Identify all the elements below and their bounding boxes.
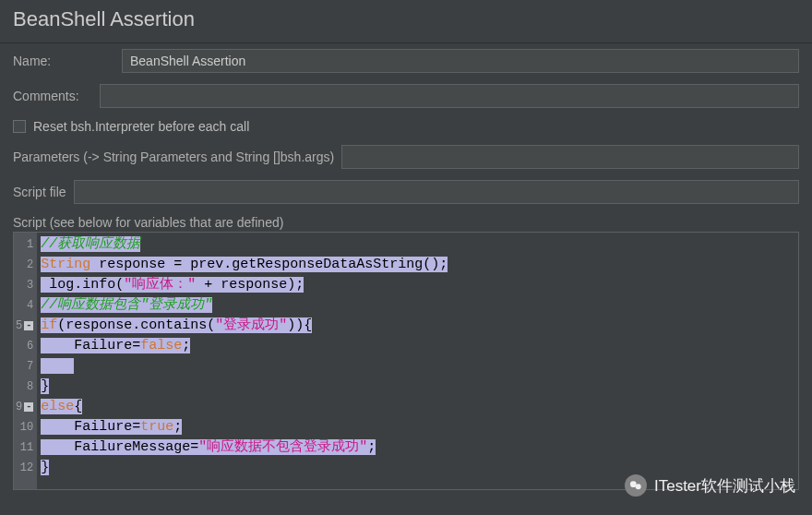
code-line[interactable]: }	[41, 377, 798, 397]
code-area[interactable]: //获取响应数据String response = prev.getRespon…	[37, 233, 798, 489]
comments-input[interactable]	[100, 84, 799, 108]
code-line[interactable]: String response = prev.getResponseDataAs…	[41, 255, 798, 275]
code-line[interactable]: FailureMessage="响应数据不包含登录成功";	[41, 437, 798, 458]
script-label: Script (see below for variables that are…	[0, 210, 812, 232]
fold-marker-icon[interactable]: -	[24, 321, 33, 330]
svg-point-1	[636, 484, 641, 489]
parameters-row: Parameters (-> String Parameters and Str…	[0, 139, 812, 174]
reset-checkbox[interactable]	[13, 120, 26, 133]
comments-row: Comments:	[0, 78, 812, 114]
gutter-line: 3	[16, 275, 33, 295]
parameters-input[interactable]	[341, 145, 799, 169]
code-line[interactable]: Failure=true;	[41, 417, 798, 437]
code-editor[interactable]: 12345-6789-101112 //获取响应数据String respons…	[13, 232, 799, 490]
code-line[interactable]	[41, 356, 798, 377]
panel-title: BeanShell Assertion	[0, 0, 812, 43]
scriptfile-label: Script file	[13, 185, 66, 199]
gutter-line: 12	[16, 458, 33, 478]
name-input[interactable]	[122, 49, 799, 73]
code-line[interactable]: else{	[41, 397, 798, 417]
watermark-text: ITester软件测试小栈	[654, 475, 795, 497]
gutter-line: 11	[16, 437, 33, 458]
gutter-line: 9-	[16, 397, 33, 417]
code-line[interactable]: //获取响应数据	[41, 234, 798, 255]
wechat-icon	[625, 474, 647, 497]
scriptfile-input[interactable]	[74, 180, 799, 204]
gutter-line: 10	[16, 417, 33, 437]
scriptfile-row: Script file	[0, 174, 812, 210]
code-line[interactable]: //响应数据包含"登录成功"	[41, 295, 798, 316]
gutter-line: 5-	[16, 316, 33, 336]
reset-label: Reset bsh.Interpreter before each call	[33, 119, 249, 134]
code-line[interactable]: Failure=false;	[41, 336, 798, 356]
gutter-line: 8	[16, 377, 33, 397]
gutter-line: 2	[16, 255, 33, 275]
name-row: Name:	[0, 43, 812, 78]
name-label: Name:	[13, 54, 114, 68]
code-gutter: 12345-6789-101112	[14, 233, 37, 489]
svg-point-0	[630, 481, 637, 487]
parameters-label: Parameters (-> String Parameters and Str…	[13, 150, 334, 164]
code-line[interactable]: log.info("响应体：" + response);	[41, 275, 798, 295]
code-line[interactable]: if(response.contains("登录成功")){	[41, 316, 798, 336]
fold-marker-icon[interactable]: -	[24, 402, 33, 412]
gutter-line: 1	[16, 234, 33, 255]
gutter-line: 7	[16, 356, 33, 377]
watermark: ITester软件测试小栈	[625, 474, 795, 497]
gutter-line: 6	[16, 336, 33, 356]
comments-label: Comments:	[13, 89, 92, 103]
reset-row: Reset bsh.Interpreter before each call	[0, 114, 812, 139]
gutter-line: 4	[16, 295, 33, 316]
